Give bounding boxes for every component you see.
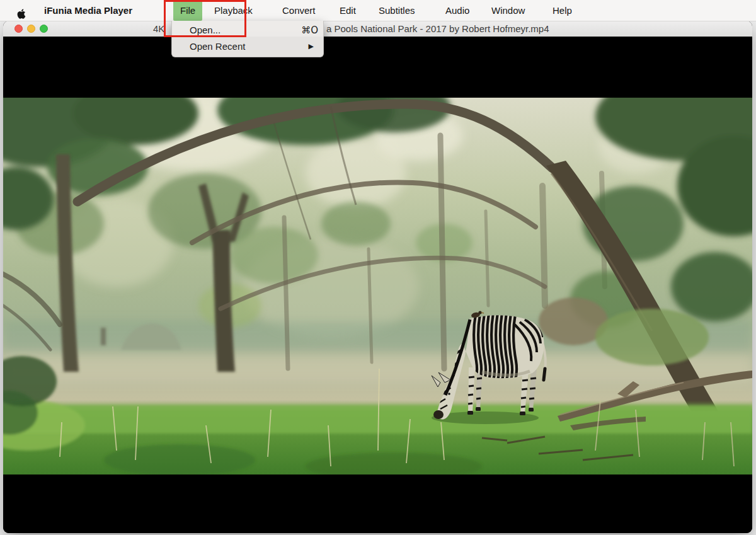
apple-menu-icon[interactable]: [16, 4, 26, 25]
menu-item-edit[interactable]: Edit: [340, 0, 356, 21]
menu-item-open-label: Open...: [190, 25, 220, 35]
zoom-button[interactable]: [40, 25, 48, 33]
video-frame-svg: [3, 98, 752, 475]
menu-item-help[interactable]: Help: [553, 0, 572, 21]
menu-item-playback[interactable]: Playback: [214, 0, 253, 21]
app-menu-title[interactable]: iFunia Media Player: [44, 0, 132, 21]
menu-item-audio[interactable]: Audio: [445, 0, 469, 21]
menu-item-open-shortcut: ⌘O: [301, 22, 318, 38]
menu-item-subtitles[interactable]: Subtitles: [379, 0, 415, 21]
window-title-fragment-left: 4K: [153, 21, 164, 37]
menu-bar: iFunia Media Player File Playback Conver…: [0, 0, 756, 21]
menu-item-open-recent-label: Open Recent: [190, 41, 245, 52]
window-title-fragment-right: a Pools National Park - 2017 by Robert H…: [326, 21, 549, 37]
video-frame-image[interactable]: [3, 98, 752, 475]
video-area[interactable]: [3, 37, 752, 533]
menu-item-window[interactable]: Window: [491, 0, 525, 21]
menu-item-open-recent[interactable]: Open Recent ▶: [172, 38, 323, 55]
title-bar[interactable]: 4K a Pools National Park - 2017 by Rober…: [3, 21, 752, 37]
minimize-button[interactable]: [27, 25, 35, 33]
submenu-arrow-icon: ▶: [309, 38, 314, 55]
player-window: 4K a Pools National Park - 2017 by Rober…: [3, 21, 752, 533]
menu-item-file[interactable]: File: [173, 0, 202, 21]
menu-item-open[interactable]: Open... ⌘O: [172, 22, 323, 38]
menu-item-convert[interactable]: Convert: [282, 0, 316, 21]
file-menu-dropdown: Open... ⌘O Open Recent ▶: [171, 21, 324, 57]
close-button[interactable]: [14, 25, 23, 33]
traffic-lights: [14, 25, 48, 33]
